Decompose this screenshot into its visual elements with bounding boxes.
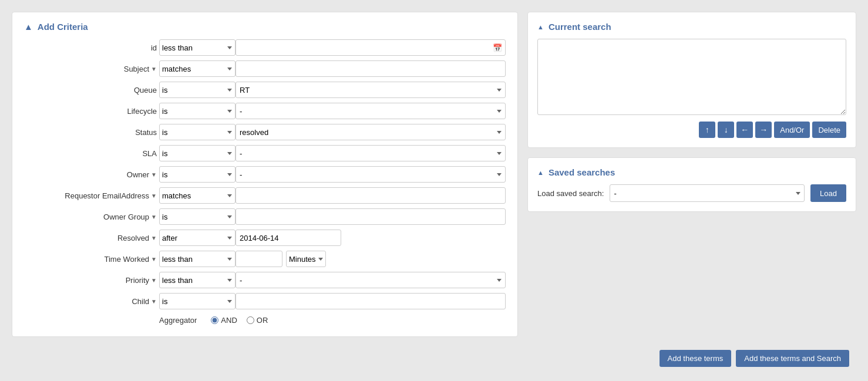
aggregator-label: Aggregator <box>159 316 197 325</box>
add-terms-search-button[interactable]: Add these terms and Search <box>736 350 849 367</box>
value-lifecycle-select[interactable]: - <box>235 103 506 119</box>
op-resolved[interactable]: after before on <box>159 230 235 246</box>
aggregator-or-label: OR <box>257 316 268 325</box>
row-priority: Priority ▼ less than greater than equals… <box>24 271 506 289</box>
add-terms-button[interactable]: Add these terms <box>660 350 732 367</box>
op-sla[interactable]: is is not <box>159 145 235 161</box>
label-id: id <box>24 43 159 52</box>
saved-searches-row: Load saved search: - Load <box>537 184 846 202</box>
label-sla: SLA <box>24 149 159 158</box>
owner-dropdown-arrow[interactable]: ▼ <box>151 171 157 178</box>
subject-dropdown-arrow[interactable]: ▼ <box>151 66 157 72</box>
value-owner-select[interactable]: - <box>235 166 506 183</box>
op-owner[interactable]: is is not <box>159 166 235 183</box>
saved-search-select[interactable]: - <box>610 184 805 202</box>
label-lifecycle: Lifecycle <box>24 107 159 116</box>
current-search-header: ▲ Current search <box>537 22 846 32</box>
time-worked-dropdown-arrow[interactable]: ▼ <box>151 256 157 262</box>
aggregator-and-label: AND <box>221 316 237 325</box>
row-subject: Subject ▼ matches is like <box>24 60 506 77</box>
aggregator-row: Aggregator AND OR <box>159 316 506 325</box>
current-search-section: ▲ Current search ↑ ↓ ← → And/Or Delete <box>527 12 856 148</box>
op-child[interactable]: is is not <box>159 293 235 309</box>
calendar-icon: 📅 <box>493 43 502 52</box>
label-resolved: Resolved ▼ <box>24 234 159 242</box>
load-saved-label: Load saved search: <box>537 189 604 198</box>
nav-down-button[interactable]: ↓ <box>718 122 734 138</box>
row-sla: SLA is is not - <box>24 144 506 162</box>
saved-searches-header: ▲ Saved searches <box>537 167 846 177</box>
op-lifecycle[interactable]: is is not <box>159 103 235 119</box>
value-child-input[interactable] <box>235 293 506 309</box>
child-dropdown-arrow[interactable]: ▼ <box>151 298 157 305</box>
value-queue-select[interactable]: RT <box>235 82 506 98</box>
value-subject-input[interactable] <box>235 60 506 77</box>
label-child: Child ▼ <box>24 297 159 306</box>
nav-up-button[interactable]: ↑ <box>699 122 715 138</box>
nav-right-button[interactable]: → <box>755 122 772 138</box>
priority-dropdown-arrow[interactable]: ▼ <box>151 277 157 284</box>
value-time-worked-unit[interactable]: Minutes Hours Days <box>286 251 326 267</box>
aggregator-or-radio[interactable] <box>247 316 254 324</box>
op-owner-group[interactable]: is is not <box>159 208 235 225</box>
criteria-title: ▲ Add Criteria <box>24 22 506 32</box>
load-button[interactable]: Load <box>810 184 846 202</box>
op-requestor-email[interactable]: matches is <box>159 187 235 204</box>
row-time-worked: Time Worked ▼ less than greater than equ… <box>24 250 506 268</box>
value-requestor-email-input[interactable] <box>235 187 506 204</box>
requestor-dropdown-arrow[interactable]: ▼ <box>151 193 157 199</box>
nav-left-button[interactable]: ← <box>736 122 753 138</box>
row-id: id less than greater than equals matches… <box>24 39 506 56</box>
current-search-chevron[interactable]: ▲ <box>537 23 544 31</box>
current-search-title: Current search <box>549 22 611 32</box>
row-requestor-email: Requestor EmailAddress ▼ matches is <box>24 187 506 204</box>
aggregator-or[interactable]: OR <box>247 316 268 325</box>
row-queue: Queue is is not RT <box>24 81 506 99</box>
label-time-worked: Time Worked ▼ <box>24 255 159 264</box>
op-queue[interactable]: is is not <box>159 82 235 98</box>
saved-searches-section: ▲ Saved searches Load saved search: - Lo… <box>527 157 856 212</box>
row-owner: Owner ▼ is is not - <box>24 166 506 183</box>
label-subject: Subject ▼ <box>24 65 159 73</box>
saved-searches-chevron[interactable]: ▲ <box>537 169 544 176</box>
and-or-button[interactable]: And/Or <box>774 122 810 138</box>
search-controls: ↑ ↓ ← → And/Or Delete <box>537 122 846 138</box>
right-panel: ▲ Current search ↑ ↓ ← → And/Or Delete ▲… <box>527 12 856 337</box>
collapse-icon[interactable]: ▲ <box>24 22 33 32</box>
value-status-select[interactable]: resolved open new <box>235 124 506 140</box>
op-id[interactable]: less than greater than equals matches <box>159 39 235 56</box>
panel-heading: Add Criteria <box>38 22 88 32</box>
value-id-input[interactable] <box>235 39 506 56</box>
label-owner-group: Owner Group ▼ <box>24 213 159 221</box>
value-priority-select[interactable]: - <box>235 272 506 288</box>
label-owner: Owner ▼ <box>24 170 159 179</box>
owner-group-dropdown-arrow[interactable]: ▼ <box>151 214 157 220</box>
value-time-worked-number[interactable] <box>235 251 282 267</box>
saved-searches-title: Saved searches <box>549 167 615 177</box>
row-child: Child ▼ is is not <box>24 292 506 310</box>
row-resolved: Resolved ▼ after before on <box>24 229 506 247</box>
op-time-worked[interactable]: less than greater than equals <box>159 251 235 267</box>
row-status: Status is is not resolved open new <box>24 123 506 141</box>
row-owner-group: Owner Group ▼ is is not <box>24 208 506 225</box>
label-queue: Queue <box>24 86 159 95</box>
resolved-dropdown-arrow[interactable]: ▼ <box>151 235 157 241</box>
label-priority: Priority ▼ <box>24 276 159 285</box>
value-owner-group-input[interactable] <box>235 208 506 225</box>
label-requestor-email: Requestor EmailAddress ▼ <box>24 191 159 200</box>
aggregator-and-radio[interactable] <box>211 316 218 324</box>
value-id-wrapper: 📅 <box>235 39 506 56</box>
value-sla-select[interactable]: - <box>235 145 506 161</box>
row-lifecycle: Lifecycle is is not - <box>24 102 506 120</box>
time-worked-inputs: Minutes Hours Days <box>235 251 506 267</box>
action-buttons-wrapper: Add these terms Add these terms and Sear… <box>660 350 849 367</box>
value-resolved-input[interactable] <box>235 230 341 246</box>
aggregator-and[interactable]: AND <box>211 316 237 325</box>
delete-button[interactable]: Delete <box>812 122 846 138</box>
label-status: Status <box>24 128 159 137</box>
op-subject[interactable]: matches is like <box>159 60 235 77</box>
op-priority[interactable]: less than greater than equals <box>159 272 235 288</box>
op-status[interactable]: is is not <box>159 124 235 140</box>
current-search-textarea[interactable] <box>537 39 846 115</box>
criteria-panel: ▲ Add Criteria id less than greater than… <box>12 12 518 337</box>
